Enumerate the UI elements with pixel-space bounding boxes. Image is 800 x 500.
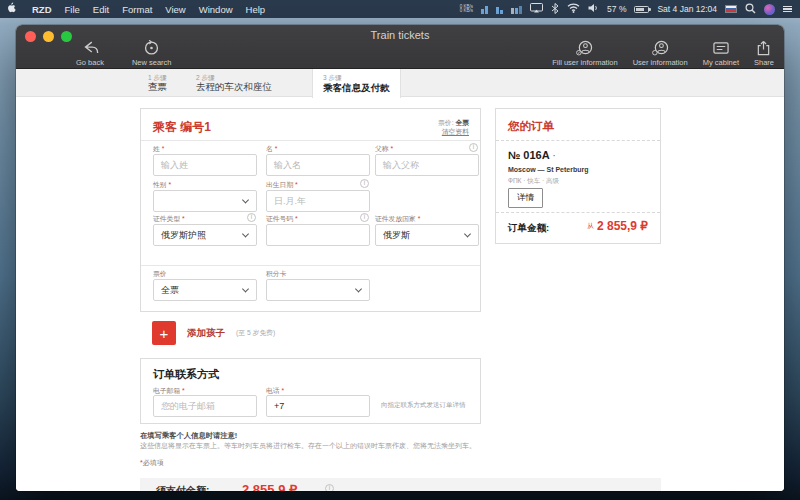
train-services: ФПК · 快车 · 高级 [508,177,559,186]
chevron-down-icon [464,230,471,237]
istat-cpu-icon[interactable] [481,5,488,14]
order-contact-panel: 订单联系方式 电子邮箱 * 您的电子邮箱 电话 * +7 向指定联系方式发送订单… [140,358,481,424]
input-language-flag-icon[interactable] [725,5,737,13]
phone-label: 电话 * [266,388,284,395]
menu-edit[interactable]: Edit [93,4,109,15]
dashed-divider [496,140,660,141]
back-arrow-icon [81,40,99,56]
birth-date-info-icon[interactable]: i [360,179,369,188]
user-information-button[interactable]: User information [633,40,688,67]
chevron-down-icon [355,285,362,292]
share-icon [756,40,771,56]
steps-bar: 1 步骤 查票 2 步骤 去程的车次和座位 3 步骤 乘客信息及付款 [16,69,784,97]
share-button[interactable]: Share [754,40,774,67]
my-cabinet-button[interactable]: My cabinet [703,40,739,67]
last-name-label: 姓 * [153,146,164,153]
doc-country-label: 证件发放国家 * [375,216,420,223]
fill-user-information-button[interactable]: Fill user information [552,40,617,67]
doc-country-select[interactable]: 俄罗斯 [375,224,479,246]
contact-title: 订单联系方式 [153,367,219,382]
add-child-label[interactable]: 添加孩子 [187,327,225,340]
email-label: 电子邮箱 * [153,388,185,395]
fare-select[interactable]: 全票 [153,279,257,301]
menu-view[interactable]: View [165,4,185,15]
add-child-button[interactable]: + [152,321,176,345]
divider [141,140,480,141]
pay-amount-value: 2 855,9 ₽ [242,482,297,491]
divider [141,265,480,266]
pay-amount-info-icon[interactable]: i [325,484,334,491]
notification-center-icon[interactable] [783,6,792,13]
notice-body: 这些信息将显示在车票上。等车时列车员将进行检车。存在一个以上的错误时车票作废、您… [140,441,490,451]
menu-app-name[interactable]: RZD [32,4,52,15]
apple-menu-icon[interactable] [8,2,19,17]
birth-date-input[interactable]: 日.月.年 [266,190,370,212]
istat-memory-icon[interactable] [496,5,503,14]
user-icon [652,40,669,56]
new-search-button[interactable]: New search [132,40,172,67]
email-input[interactable]: 您的电子邮箱 [153,395,257,417]
menu-format[interactable]: Format [122,4,152,15]
patronymic-label: 父称 * [375,146,393,153]
notice-title: 在填写乘客个人信息时请注意! [140,431,237,441]
pay-amount-label: 须支付金额: [156,484,209,491]
net-down-speed: 0 KB/s [460,9,473,14]
window-header: Train tickets Go back New search [16,25,784,69]
details-button[interactable]: 详情 [508,188,543,208]
istat-disk-icon[interactable] [511,5,522,14]
airplay-display-icon[interactable] [530,3,543,15]
menu-clock[interactable]: Sat 4 Jan 12:04 [657,4,717,14]
patronymic-info-icon[interactable]: i [469,143,478,152]
order-summary-panel: 您的订单 № 016A · Moscow — St Peterburg ФПК … [495,108,661,244]
doc-type-info-icon[interactable]: i [247,213,256,222]
window-content: 1 步骤 查票 2 步骤 去程的车次和座位 3 步骤 乘客信息及付款 乘客 编号… [16,69,784,491]
patronymic-input[interactable]: 输入父称 [375,154,479,176]
fare-label: 票价 [153,271,167,278]
first-name-input[interactable]: 输入名 [266,154,370,176]
dashed-divider [496,212,660,213]
doc-number-label: 证件号码 * [266,216,298,223]
add-child-note: (至 5 岁免费) [236,328,275,338]
gender-select[interactable] [153,190,257,212]
bluetooth-icon[interactable] [551,3,559,16]
train-route: Moscow — St Peterburg [508,166,589,173]
points-card-label: 积分卡 [266,271,286,278]
points-card-select[interactable] [266,279,370,301]
first-name-label: 名 * [266,146,277,153]
order-title: 您的订单 [508,119,554,134]
menu-help[interactable]: Help [246,4,266,15]
spotlight-search-icon[interactable] [745,3,756,16]
train-number: № 016A · [508,149,556,161]
go-back-button[interactable]: Go back [76,40,104,67]
doc-number-info-icon[interactable]: i [360,213,369,222]
add-child-row: + 添加孩子 (至 5 岁免费) [152,321,275,345]
user-edit-icon [576,40,593,56]
network-speed-widget[interactable]: 0 KB/s 0 KB/s [460,5,473,14]
doc-type-label: 证件类型 * [153,216,185,223]
desktop-wallpaper: RZD File Edit Format View Window Help 0 … [0,0,800,500]
passenger-form-panel: 乘客 编号1 票价: 全票 清空资料 姓 * 输入姓 名 * 输入名 父称 * … [140,108,481,312]
battery-icon[interactable] [634,6,649,13]
menu-file[interactable]: File [65,4,80,15]
pay-amount-bar: 须支付金额: 2 855,9 ₽ i [140,478,661,491]
order-total-amount: 从 2 855,9 ₽ [587,219,648,233]
battery-percent: 57 % [607,4,626,14]
contact-note: 向指定联系方式发送订单详情 [381,401,479,410]
last-name-input[interactable]: 输入姓 [153,154,257,176]
refresh-icon [143,40,160,56]
wifi-icon[interactable] [567,3,580,15]
menu-bar: RZD File Edit Format View Window Help 0 … [0,0,800,18]
clear-data-link[interactable]: 清空资料 [442,127,469,137]
app-window: Train tickets Go back New search [16,25,784,491]
step-3-passenger-info-payment[interactable]: 3 步骤 乘客信息及付款 [312,69,401,98]
step-1-search-tickets[interactable]: 1 步骤 查票 [148,69,167,97]
step-2-train-and-seat[interactable]: 2 步骤 去程的车次和座位 [196,69,272,97]
birth-date-label: 出生日期 * [266,182,298,189]
required-fields-note: *必填项 [140,458,164,468]
phone-input[interactable]: +7 [266,395,370,417]
doc-type-select[interactable]: 俄罗斯护照 [153,224,257,246]
siri-icon[interactable] [764,4,775,15]
doc-number-input[interactable] [266,224,370,246]
volume-icon[interactable] [588,3,599,15]
menu-window[interactable]: Window [199,4,233,15]
